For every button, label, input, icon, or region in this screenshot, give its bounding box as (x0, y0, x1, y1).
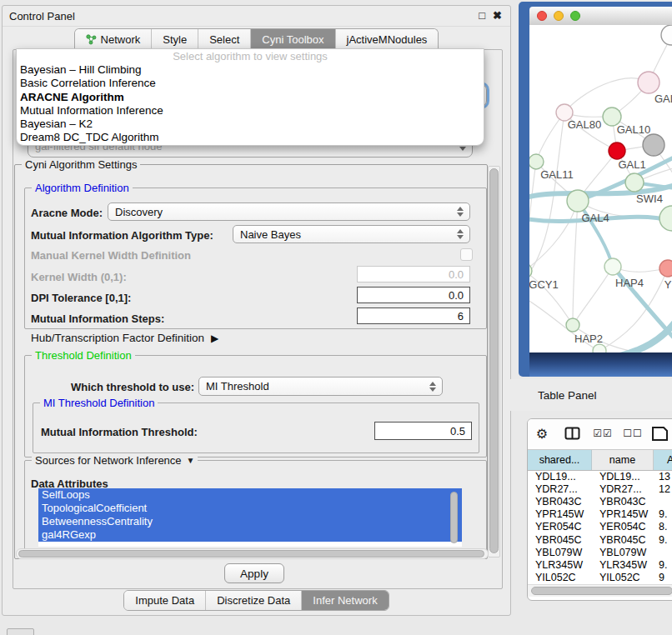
table-cell: 12 (654, 483, 672, 495)
mi-threshold-field[interactable]: 0.5 (374, 422, 472, 440)
export-table-icon[interactable] (648, 426, 672, 442)
mi-steps-label: Mutual Information Steps: (31, 312, 164, 325)
gear-icon[interactable]: ⚙ (528, 426, 556, 442)
network-canvas[interactable]: GALGAL80GAL10GAL1GAL11SWI4GAL4HAP4YGCY1H… (529, 25, 672, 352)
minimize-traffic-light-icon[interactable] (554, 11, 564, 21)
tab-style[interactable]: Style (151, 29, 198, 49)
table-row[interactable]: YBR043CYBR043C (528, 495, 672, 508)
algorithm-definition-title: Algorithm Definition (32, 182, 133, 194)
threshold-definition-title: Threshold Definition (32, 349, 135, 362)
which-threshold-value: MI Threshold (206, 380, 269, 392)
table-panel-titlebar: Table Panel (510, 379, 672, 411)
settings-horizontal-scrollbar[interactable] (16, 548, 489, 559)
table-row[interactable]: YPR145WYPR145W9. (528, 508, 672, 521)
algorithm-option[interactable]: Mutual Information Inference (17, 104, 484, 118)
table-cell: 8. (654, 521, 672, 532)
tab-discretize-data[interactable]: Discretize Data (205, 591, 301, 610)
zoom-traffic-light-icon[interactable] (570, 11, 580, 21)
network-node-label: GAL80 (568, 118, 601, 131)
network-node[interactable] (593, 344, 606, 352)
mi-steps-field[interactable]: 6 (357, 308, 470, 324)
column-header-clipped[interactable]: A (654, 450, 672, 470)
table-row[interactable]: YDR27...YDR27...12 (528, 482, 672, 495)
network-window-titlebar[interactable] (529, 7, 672, 26)
apply-button[interactable]: Apply (224, 563, 284, 583)
manual-kernel-checkbox[interactable] (460, 248, 473, 261)
table-horizontal-scrollbar[interactable] (528, 584, 672, 597)
hub-definition-expander[interactable]: Hub/Transcription Factor Definition ▶ (31, 332, 218, 344)
hub-definition-label: Hub/Transcription Factor Definition (31, 332, 204, 344)
tab-select[interactable]: Select (198, 29, 250, 49)
which-threshold-combo[interactable]: MI Threshold (198, 377, 443, 396)
network-node-label: GCY1 (529, 278, 559, 291)
kernel-width-field[interactable]: 0.0 (357, 266, 470, 282)
table-row[interactable]: YIL052CYIL052C9 (528, 572, 672, 584)
table-row[interactable]: YBL079WYBL079W (528, 546, 672, 558)
tab-jactivemnodules[interactable]: jActiveMNodules (335, 29, 439, 49)
mi-type-combo[interactable]: Naive Bayes (233, 225, 470, 243)
aracne-mode-combo[interactable]: Discovery (108, 202, 470, 221)
network-node[interactable] (638, 72, 659, 93)
table-row[interactable]: YER054CYER054C8. (528, 521, 672, 533)
table-body[interactable]: YDL19...YDL19...13YDR27...YDR27...12YBR0… (528, 470, 672, 584)
table-row[interactable]: YDL19...YDL19...13 (528, 470, 672, 482)
control-panel-window: Control Panel □ ✖ Network Style Select C… (2, 5, 511, 616)
table-cell: 9. (654, 508, 672, 520)
table-cell: YER054C (528, 521, 592, 532)
control-panel-tabbar: Network Style Select Cyni Toolbox jActiv… (3, 28, 510, 49)
algorithm-option[interactable]: Bayesian – Hill Climbing (17, 63, 484, 77)
dpi-tolerance-field[interactable]: 0.0 (357, 287, 470, 303)
close-window-icon[interactable]: ✖ (493, 9, 502, 22)
table-cell: YER054C (592, 521, 654, 532)
algorithm-option[interactable]: Bayesian – K2 (17, 118, 484, 131)
dpi-tolerance-label: DPI Tolerance [0,1]: (31, 292, 131, 304)
tab-network[interactable]: Network (75, 29, 152, 49)
deselect-all-columns-icon[interactable]: ☐☐ (618, 428, 648, 439)
tab-cyni-toolbox[interactable]: Cyni Toolbox (250, 29, 334, 49)
algorithm-option[interactable]: Dream8 DC_TDC Algorithm (17, 131, 484, 144)
table-cell: 9 (654, 572, 672, 583)
aracne-mode-label: Aracne Mode: (31, 207, 103, 219)
data-attribute-item[interactable]: SelfLoops (38, 488, 462, 502)
data-attribute-item[interactable]: gal4RGexp (38, 528, 462, 542)
collapse-arrow-icon[interactable]: ▼ (187, 456, 195, 465)
algorithm-list: Bayesian – Hill ClimbingBasic Correlatio… (17, 63, 484, 145)
network-node[interactable] (659, 260, 672, 277)
network-node-label: SWI4 (636, 192, 663, 205)
minimized-panel-button[interactable] (7, 628, 34, 635)
column-header-name[interactable]: name (592, 450, 654, 470)
network-node[interactable] (566, 318, 579, 332)
table-row[interactable]: YLR345WYLR345W9. (528, 558, 672, 571)
close-traffic-light-icon[interactable] (537, 11, 547, 21)
float-window-icon[interactable]: □ (479, 9, 485, 22)
split-columns-icon[interactable] (556, 427, 588, 440)
tab-network-label: Network (101, 33, 141, 46)
tab-impute-data[interactable]: Impute Data (124, 591, 205, 610)
settings-vertical-scrollbar[interactable] (488, 166, 500, 558)
table-cell: YIL052C (592, 572, 654, 583)
data-attributes-list[interactable]: SelfLoopsTopologicalCoefficientBetweenne… (38, 488, 462, 547)
column-header-shared[interactable]: shared... (528, 450, 592, 470)
network-node[interactable] (659, 206, 672, 231)
table-row[interactable]: YBR045CYBR045C9. (528, 533, 672, 546)
table-header-row: shared... name A (528, 449, 672, 471)
network-node[interactable] (643, 134, 664, 156)
select-all-columns-icon[interactable]: ☑☑ (588, 428, 618, 439)
attributes-vertical-scrollbar[interactable] (449, 492, 459, 543)
network-node[interactable] (609, 142, 625, 159)
network-node-label: GAL11 (540, 168, 574, 181)
algorithm-option[interactable]: Basic Correlation Inference (17, 77, 484, 90)
network-node[interactable] (625, 173, 644, 192)
table-cell: YBR043C (592, 496, 654, 508)
network-node[interactable] (529, 154, 544, 169)
network-window-bottom-border (529, 352, 672, 377)
data-attribute-item[interactable]: TopologicalCoefficient (38, 502, 462, 515)
algorithm-dropdown-popup: Select algorithm to view settings Bayesi… (16, 48, 484, 146)
network-node[interactable] (604, 258, 621, 275)
network-node[interactable] (567, 190, 589, 212)
table-cell: YDL19... (528, 471, 592, 482)
algorithm-option[interactable]: ARACNE Algorithm (17, 91, 484, 104)
tab-infer-network[interactable]: Infer Network (301, 591, 388, 610)
network-node[interactable] (661, 25, 672, 45)
data-attribute-item[interactable]: BetweennessCentrality (38, 515, 462, 528)
